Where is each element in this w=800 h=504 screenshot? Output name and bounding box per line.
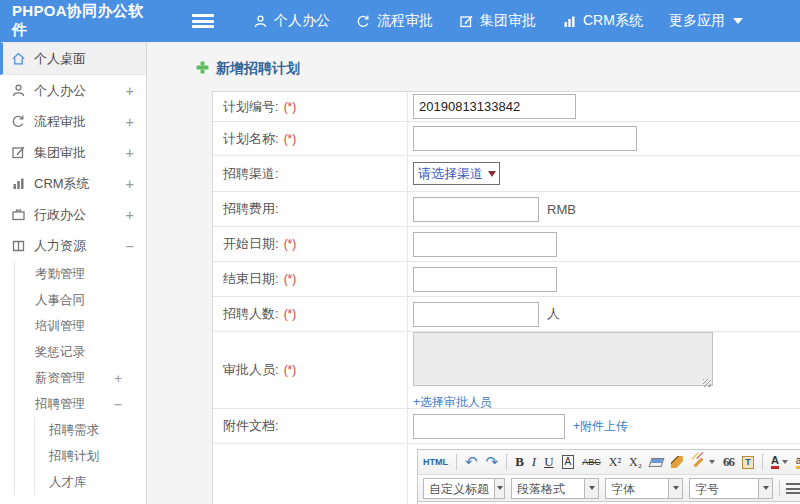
format-brush-icon[interactable] — [671, 456, 683, 468]
bold-button[interactable]: B — [515, 454, 524, 470]
expand-plus-icon[interactable]: + — [126, 207, 134, 223]
plan-name-input[interactable] — [413, 126, 637, 151]
chevron-down-icon — [709, 460, 715, 464]
field-label: 开始日期: (*) — [213, 227, 408, 261]
field-value — [408, 267, 800, 292]
nav-more-apps[interactable]: 更多应用 — [656, 12, 756, 30]
undo-icon[interactable]: ↶ — [465, 453, 478, 471]
form-row-cost: 招聘费用: RMB — [213, 192, 800, 227]
nav-crm-system[interactable]: CRM系统 — [549, 12, 656, 30]
label-text: 结束日期: — [223, 270, 279, 288]
edit-icon — [459, 14, 474, 29]
form-row-plan-name: 计划名称: (*) — [213, 122, 800, 156]
redo-icon[interactable]: ↷ — [486, 453, 499, 471]
expand-plus-icon[interactable]: + — [126, 114, 134, 130]
align-left-icon[interactable] — [786, 483, 800, 494]
green-plus-icon — [196, 60, 209, 78]
attachment-input[interactable] — [413, 414, 565, 439]
font-size-select[interactable]: 字号 — [689, 478, 773, 499]
bar-chart-icon — [562, 14, 577, 29]
plan-number-input[interactable] — [413, 94, 576, 119]
form-row-editor: HTML ↶ ↷ B I U A ABC X² X₂ — [213, 444, 800, 504]
underline-button[interactable]: U — [544, 454, 553, 470]
channel-select[interactable]: 请选择渠道 — [413, 162, 500, 185]
superscript-button[interactable]: X² — [609, 455, 621, 470]
subscript-button[interactable]: X₂ — [629, 455, 642, 470]
field-value: HTML ↶ ↷ B I U A ABC X² X₂ — [408, 444, 800, 504]
blockquote-button[interactable]: 66 — [723, 454, 734, 470]
sidebar-item-talent-pool[interactable]: 人才库 — [35, 469, 146, 495]
html-source-button[interactable]: HTML — [423, 457, 448, 467]
end-date-input[interactable] — [413, 267, 557, 292]
sidebar-item-recruit-plan[interactable]: 招聘计划 — [35, 443, 146, 469]
sidebar-item-process-approval[interactable]: 流程审批 + — [0, 106, 146, 137]
select-value: 字号 — [690, 479, 758, 498]
expand-plus-icon[interactable]: + — [126, 176, 134, 192]
nav-group-approval[interactable]: 集团审批 — [446, 12, 549, 30]
sidebar-item-salary[interactable]: 薪资管理 + — [15, 365, 146, 391]
expand-plus-icon[interactable]: + — [114, 371, 122, 386]
field-label: 附件文档: — [213, 409, 408, 443]
start-date-input[interactable] — [413, 232, 557, 257]
paragraph-format-select[interactable]: 段落格式 — [511, 478, 599, 499]
sidebar-item-recruitment[interactable]: 招聘管理 − — [15, 391, 146, 417]
nav-process-approval[interactable]: 流程审批 — [343, 12, 446, 30]
dropdown-button[interactable] — [494, 479, 504, 498]
dropdown-button[interactable] — [758, 479, 772, 498]
strikethrough-button[interactable]: ABC — [582, 457, 601, 467]
choose-approvers-link[interactable]: +选择审批人员 — [413, 394, 492, 411]
sidebar-item-recruit-demand[interactable]: 招聘需求 — [35, 417, 146, 443]
sidebar-item-hr[interactable]: 人力资源 − — [0, 230, 146, 261]
hamburger-menu-icon[interactable] — [192, 14, 214, 28]
sidebar-item-hr-contract[interactable]: 人事合同 — [15, 287, 146, 313]
bg-color-glyph: ab — [796, 456, 800, 469]
cost-input[interactable] — [413, 197, 539, 222]
sidebar-item-training[interactable]: 培训管理 — [15, 313, 146, 339]
chevron-down-icon — [589, 486, 595, 490]
font-border-button[interactable]: A — [562, 455, 575, 469]
select-caret-icon — [488, 171, 496, 177]
sidebar-item-crm[interactable]: CRM系统 + — [0, 168, 146, 199]
select-value: 段落格式 — [512, 479, 584, 498]
expand-plus-icon[interactable]: + — [126, 83, 134, 99]
approvers-textarea[interactable] — [413, 332, 713, 386]
sidebar-item-rewards[interactable]: 奖惩记录 — [15, 339, 146, 365]
recruitment-submenu: 招聘需求 招聘计划 人才库 — [34, 417, 146, 495]
person-icon — [11, 83, 26, 98]
home-icon — [11, 51, 26, 66]
paste-as-text-icon[interactable]: T — [742, 456, 754, 469]
required-mark: (*) — [284, 363, 297, 377]
collapse-minus-icon[interactable]: − — [126, 238, 134, 254]
background-color-button[interactable]: ab — [796, 456, 800, 469]
form-row-start-date: 开始日期: (*) — [213, 227, 800, 262]
sidebar-item-label: 个人桌面 — [34, 50, 86, 68]
expand-plus-icon[interactable]: + — [126, 145, 134, 161]
attachment-upload-link[interactable]: +附件上传 — [573, 418, 628, 435]
font-family-select[interactable]: 字体 — [605, 478, 683, 499]
sidebar-item-label: 人力资源 — [34, 237, 86, 255]
sidebar-item-label: 奖惩记录 — [35, 344, 85, 361]
field-value: 人 — [408, 302, 800, 327]
collapse-minus-icon[interactable]: − — [114, 397, 122, 412]
dropdown-button[interactable] — [584, 479, 598, 498]
custom-title-select[interactable]: 自定义标题 — [423, 478, 505, 499]
sidebar-item-label: 招聘计划 — [49, 448, 99, 465]
sidebar-item-label: 培训管理 — [35, 318, 85, 335]
label-text: 计划编号: — [223, 98, 279, 116]
nav-personal-office[interactable]: 个人办公 — [240, 12, 343, 30]
sidebar-item-personal-office[interactable]: 个人办公 + — [0, 75, 146, 106]
headcount-input[interactable] — [413, 302, 539, 327]
select-value: 请选择渠道 — [418, 165, 483, 183]
hr-submenu: 考勤管理 人事合同 培训管理 奖惩记录 薪资管理 + 招聘管理 − 招聘需求 — [14, 261, 146, 495]
sidebar-item-group-approval[interactable]: 集团审批 + — [0, 137, 146, 168]
sidebar-item-personal-desktop[interactable]: 个人桌面 — [0, 42, 146, 75]
sidebar-item-admin-office[interactable]: 行政办公 + — [0, 199, 146, 230]
form-row-plan-number: 计划编号: (*) — [213, 92, 800, 122]
font-color-button[interactable]: A — [771, 455, 788, 469]
sidebar-item-attendance[interactable]: 考勤管理 — [15, 261, 146, 287]
auto-typeset-wand-icon[interactable] — [691, 460, 715, 464]
italic-button[interactable]: I — [532, 454, 536, 470]
chevron-down-icon — [763, 486, 769, 490]
dropdown-button[interactable] — [668, 479, 682, 498]
remove-format-eraser-icon[interactable] — [648, 458, 664, 467]
